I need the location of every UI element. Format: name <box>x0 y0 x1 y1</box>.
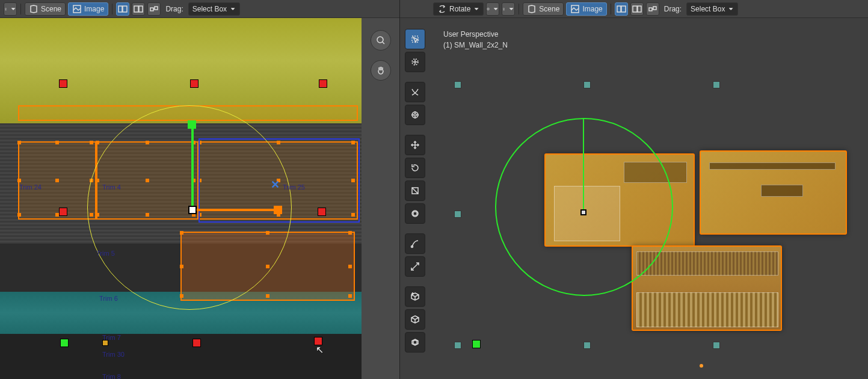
svg-rect-7 <box>155 7 158 10</box>
grid-point <box>583 81 591 88</box>
gizmo-center[interactable] <box>188 206 197 214</box>
trim-label: Trim 8 <box>102 373 121 379</box>
svg-rect-13 <box>617 6 621 12</box>
scene-button[interactable]: Scene <box>25 2 66 16</box>
svg-rect-5 <box>139 6 143 12</box>
rotation-gizmo[interactable] <box>495 118 673 296</box>
gizmo-x-handle[interactable] <box>274 206 282 214</box>
svg-point-11 <box>503 8 505 9</box>
drag-label: Drag: <box>662 5 684 13</box>
marker-orange <box>700 364 703 368</box>
grid-point <box>454 81 461 88</box>
tool-scale[interactable] <box>405 180 425 201</box>
svg-rect-4 <box>134 6 138 12</box>
viewport-overlay-buttons <box>362 18 399 379</box>
trim-label: Trim 6 <box>99 295 118 302</box>
view-dropdown[interactable]: ⏷ <box>502 2 515 16</box>
svg-rect-6 <box>150 8 153 11</box>
overlay-right-icon[interactable] <box>630 2 644 16</box>
trim-label: Trim 30 <box>102 351 125 358</box>
sync-icon[interactable] <box>147 2 161 16</box>
svg-point-9 <box>488 8 489 10</box>
svg-rect-17 <box>649 8 652 11</box>
marker-red <box>190 79 199 88</box>
tool-extrude-region[interactable] <box>405 309 425 330</box>
svg-rect-25 <box>413 212 417 215</box>
svg-point-0 <box>5 8 7 9</box>
overlay-left-icon[interactable] <box>615 2 628 16</box>
select-mode-dropdown[interactable]: Select Box⏷ <box>188 2 240 16</box>
svg-rect-16 <box>638 6 641 12</box>
svg-rect-14 <box>621 6 626 12</box>
tool-move[interactable] <box>405 135 425 155</box>
scene-button[interactable]: Scene <box>523 2 564 16</box>
svg-point-8 <box>377 37 383 43</box>
trim-label: Trim 5 <box>96 250 115 257</box>
marker-red <box>314 337 322 345</box>
grid-point <box>454 342 461 349</box>
gizmo-y-axis[interactable] <box>191 123 194 211</box>
gizmo-center[interactable] <box>580 209 586 215</box>
trim-label: Trim 25 <box>283 183 305 191</box>
tool-select[interactable] <box>405 29 425 49</box>
zoom-icon[interactable] <box>371 30 391 51</box>
svg-rect-15 <box>633 6 637 12</box>
transform-orientation-dropdown[interactable]: Rotate⏷ <box>433 2 484 16</box>
svg-rect-3 <box>123 6 127 12</box>
pan-icon[interactable] <box>371 60 391 81</box>
marker-red <box>318 208 326 216</box>
perspective-info: User Perspective (1) SM_Wall_2x2_N <box>443 29 508 51</box>
uv-viewport[interactable]: ✕ ↖ Trim 24Trim 4Trim 25Trim 5Trim 6Trim… <box>0 18 399 379</box>
view-dropdown[interactable]: ⏷ <box>4 2 17 16</box>
marker-green <box>60 339 69 347</box>
marker-red <box>59 79 67 88</box>
viewport3d-header: Rotate⏷ ⏷ ⏷ Scene Image Drag: Select Box… <box>400 0 868 18</box>
marker-green <box>472 340 481 348</box>
rotation-gizmo-line[interactable] <box>583 118 584 213</box>
image-button[interactable]: Image <box>68 2 108 16</box>
mesh-face[interactable] <box>700 150 847 235</box>
select-mode-dropdown[interactable]: Select Box⏷ <box>686 2 738 16</box>
svg-rect-2 <box>119 6 122 12</box>
pivot-dropdown[interactable]: ⏷ <box>486 2 499 16</box>
svg-point-10 <box>487 8 490 10</box>
tool-transform[interactable] <box>405 203 425 224</box>
gizmo-y-handle[interactable] <box>188 120 196 129</box>
marker-red <box>192 339 201 347</box>
uv-header: ⏷ Scene Image Drag: Select Box⏷ <box>0 0 399 18</box>
uv-island[interactable] <box>18 141 96 220</box>
grid-point <box>713 81 720 88</box>
tool-extrude-manifold[interactable] <box>405 332 425 353</box>
cursor-2d: ✕ <box>271 178 280 191</box>
grid-point <box>454 211 461 218</box>
tool-add-primitive[interactable] <box>405 286 425 307</box>
svg-rect-18 <box>653 7 656 10</box>
trim-label: Trim 7 <box>102 334 121 341</box>
tool-knife[interactable] <box>405 82 425 102</box>
tool-measure[interactable] <box>405 256 425 277</box>
tool-cursor[interactable] <box>405 52 425 72</box>
drag-label: Drag: <box>163 5 185 13</box>
tool-annotate[interactable] <box>405 233 425 254</box>
gizmo-x-axis[interactable] <box>191 209 279 211</box>
svg-point-22 <box>414 114 416 116</box>
overlay-left-icon[interactable] <box>116 2 129 16</box>
marker-red <box>319 79 327 88</box>
trim-label: Trim 4 <box>102 183 121 191</box>
overlay-right-icon[interactable] <box>132 2 145 16</box>
tool-shrink[interactable] <box>405 105 425 125</box>
grid-point <box>583 342 591 349</box>
marker-red <box>59 208 67 216</box>
grid-point <box>713 342 720 349</box>
svg-rect-27 <box>413 340 417 344</box>
sync-icon[interactable] <box>646 2 659 16</box>
tool-rotate[interactable] <box>405 158 425 178</box>
viewport-3d[interactable]: User Perspective (1) SM_Wall_2x2_N <box>400 18 868 379</box>
trim-label: Trim 24 <box>19 183 42 191</box>
image-button[interactable]: Image <box>566 2 606 16</box>
tool-shelf <box>405 29 429 353</box>
